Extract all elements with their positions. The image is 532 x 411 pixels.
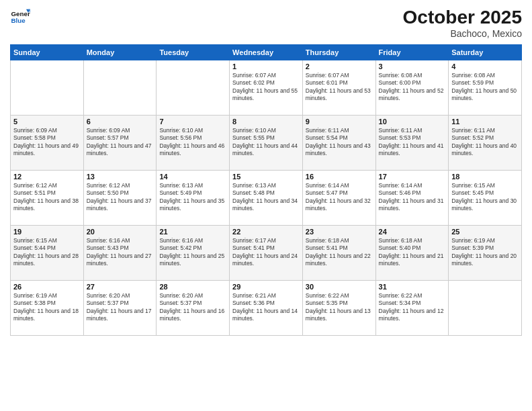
day-info: Sunrise: 6:07 AM Sunset: 6:01 PM Dayligh…	[306, 72, 373, 103]
day-info: Sunrise: 6:10 AM Sunset: 5:56 PM Dayligh…	[159, 127, 226, 158]
calendar-week-2: 5Sunrise: 6:09 AM Sunset: 5:58 PM Daylig…	[11, 116, 522, 171]
day-number: 6	[87, 118, 154, 126]
day-number: 15	[232, 173, 300, 181]
calendar-week-4: 19Sunrise: 6:15 AM Sunset: 5:44 PM Dayli…	[11, 226, 522, 281]
day-number: 24	[379, 228, 446, 236]
svg-text:Blue: Blue	[11, 17, 26, 24]
calendar-cell	[11, 60, 84, 116]
day-info: Sunrise: 6:12 AM Sunset: 5:51 PM Dayligh…	[13, 182, 81, 213]
header-wednesday: Wednesday	[230, 45, 303, 60]
calendar-cell	[449, 281, 522, 336]
day-number: 22	[232, 228, 300, 236]
logo-icon: General Blue	[10, 7, 30, 27]
day-number: 8	[232, 118, 300, 126]
day-number: 3	[379, 62, 446, 71]
calendar-cell: 6Sunrise: 6:09 AM Sunset: 5:57 PM Daylig…	[83, 116, 157, 171]
day-number: 1	[232, 62, 300, 71]
day-info: Sunrise: 6:18 AM Sunset: 5:41 PM Dayligh…	[306, 237, 373, 268]
calendar-cell: 3Sunrise: 6:08 AM Sunset: 6:00 PM Daylig…	[375, 60, 449, 116]
calendar-cell: 9Sunrise: 6:11 AM Sunset: 5:54 PM Daylig…	[302, 116, 375, 171]
day-info: Sunrise: 6:19 AM Sunset: 5:39 PM Dayligh…	[451, 237, 519, 268]
day-info: Sunrise: 6:09 AM Sunset: 5:58 PM Dayligh…	[13, 127, 81, 158]
day-number: 9	[306, 118, 373, 126]
title-block: October 2025 Bachoco, Mexico	[403, 7, 522, 39]
calendar-cell: 4Sunrise: 6:08 AM Sunset: 5:59 PM Daylig…	[449, 60, 522, 116]
calendar-cell: 18Sunrise: 6:15 AM Sunset: 5:45 PM Dayli…	[449, 171, 522, 226]
day-info: Sunrise: 6:20 AM Sunset: 5:37 PM Dayligh…	[159, 292, 226, 323]
page: General Blue October 2025 Bachoco, Mexic…	[0, 0, 532, 411]
header-monday: Monday	[83, 45, 157, 60]
day-info: Sunrise: 6:22 AM Sunset: 5:35 PM Dayligh…	[306, 292, 373, 323]
calendar-table: Sunday Monday Tuesday Wednesday Thursday…	[10, 44, 522, 336]
calendar-cell: 31Sunrise: 6:22 AM Sunset: 5:34 PM Dayli…	[375, 281, 449, 336]
day-number: 20	[87, 228, 154, 236]
calendar-cell: 7Sunrise: 6:10 AM Sunset: 5:56 PM Daylig…	[157, 116, 230, 171]
day-info: Sunrise: 6:09 AM Sunset: 5:57 PM Dayligh…	[87, 127, 154, 158]
day-info: Sunrise: 6:11 AM Sunset: 5:53 PM Dayligh…	[379, 127, 446, 158]
day-number: 25	[451, 228, 519, 236]
month-title: October 2025	[403, 7, 522, 28]
calendar-cell: 24Sunrise: 6:18 AM Sunset: 5:40 PM Dayli…	[375, 226, 449, 281]
calendar-cell: 21Sunrise: 6:16 AM Sunset: 5:42 PM Dayli…	[157, 226, 230, 281]
day-info: Sunrise: 6:07 AM Sunset: 6:02 PM Dayligh…	[232, 72, 300, 103]
day-info: Sunrise: 6:11 AM Sunset: 5:52 PM Dayligh…	[451, 127, 519, 158]
day-number: 13	[87, 173, 154, 181]
calendar-cell: 16Sunrise: 6:14 AM Sunset: 5:47 PM Dayli…	[302, 171, 375, 226]
day-number: 28	[159, 283, 226, 291]
calendar-week-3: 12Sunrise: 6:12 AM Sunset: 5:51 PM Dayli…	[11, 171, 522, 226]
header-tuesday: Tuesday	[157, 45, 230, 60]
calendar-cell: 8Sunrise: 6:10 AM Sunset: 5:55 PM Daylig…	[230, 116, 303, 171]
calendar-cell: 12Sunrise: 6:12 AM Sunset: 5:51 PM Dayli…	[11, 171, 84, 226]
day-number: 17	[379, 173, 446, 181]
calendar-cell: 28Sunrise: 6:20 AM Sunset: 5:37 PM Dayli…	[157, 281, 230, 336]
day-number: 31	[379, 283, 446, 291]
day-info: Sunrise: 6:22 AM Sunset: 5:34 PM Dayligh…	[379, 292, 446, 323]
calendar-cell: 15Sunrise: 6:13 AM Sunset: 5:48 PM Dayli…	[230, 171, 303, 226]
day-info: Sunrise: 6:20 AM Sunset: 5:37 PM Dayligh…	[87, 292, 154, 323]
day-number: 5	[13, 118, 81, 126]
day-info: Sunrise: 6:21 AM Sunset: 5:36 PM Dayligh…	[232, 292, 300, 323]
day-info: Sunrise: 6:13 AM Sunset: 5:48 PM Dayligh…	[232, 182, 300, 213]
location: Bachoco, Mexico	[403, 28, 522, 39]
day-info: Sunrise: 6:08 AM Sunset: 6:00 PM Dayligh…	[379, 72, 446, 103]
calendar-cell	[157, 60, 230, 116]
day-number: 30	[306, 283, 373, 291]
calendar-cell: 29Sunrise: 6:21 AM Sunset: 5:36 PM Dayli…	[230, 281, 303, 336]
day-number: 21	[159, 228, 226, 236]
calendar-cell	[83, 60, 157, 116]
calendar-cell: 26Sunrise: 6:19 AM Sunset: 5:38 PM Dayli…	[11, 281, 84, 336]
day-info: Sunrise: 6:17 AM Sunset: 5:41 PM Dayligh…	[232, 237, 300, 268]
day-info: Sunrise: 6:15 AM Sunset: 5:45 PM Dayligh…	[451, 182, 519, 213]
header-friday: Friday	[375, 45, 449, 60]
calendar-cell: 25Sunrise: 6:19 AM Sunset: 5:39 PM Dayli…	[449, 226, 522, 281]
calendar-cell: 17Sunrise: 6:14 AM Sunset: 5:46 PM Dayli…	[375, 171, 449, 226]
day-number: 7	[159, 118, 226, 126]
header-saturday: Saturday	[449, 45, 522, 60]
calendar-cell: 22Sunrise: 6:17 AM Sunset: 5:41 PM Dayli…	[230, 226, 303, 281]
day-number: 4	[451, 62, 519, 71]
day-info: Sunrise: 6:08 AM Sunset: 5:59 PM Dayligh…	[451, 72, 519, 103]
calendar-cell: 10Sunrise: 6:11 AM Sunset: 5:53 PM Dayli…	[375, 116, 449, 171]
day-info: Sunrise: 6:12 AM Sunset: 5:50 PM Dayligh…	[87, 182, 154, 213]
day-number: 23	[306, 228, 373, 236]
day-number: 14	[159, 173, 226, 181]
calendar-cell: 2Sunrise: 6:07 AM Sunset: 6:01 PM Daylig…	[302, 60, 375, 116]
calendar-week-1: 1Sunrise: 6:07 AM Sunset: 6:02 PM Daylig…	[11, 60, 522, 116]
day-info: Sunrise: 6:19 AM Sunset: 5:38 PM Dayligh…	[13, 292, 81, 323]
day-number: 10	[379, 118, 446, 126]
day-info: Sunrise: 6:11 AM Sunset: 5:54 PM Dayligh…	[306, 127, 373, 158]
calendar-cell: 14Sunrise: 6:13 AM Sunset: 5:49 PM Dayli…	[157, 171, 230, 226]
header: General Blue October 2025 Bachoco, Mexic…	[10, 7, 522, 39]
calendar-header-row: Sunday Monday Tuesday Wednesday Thursday…	[11, 45, 522, 60]
day-number: 19	[13, 228, 81, 236]
day-number: 16	[306, 173, 373, 181]
calendar-cell: 11Sunrise: 6:11 AM Sunset: 5:52 PM Dayli…	[449, 116, 522, 171]
calendar-cell: 13Sunrise: 6:12 AM Sunset: 5:50 PM Dayli…	[83, 171, 157, 226]
calendar-cell: 27Sunrise: 6:20 AM Sunset: 5:37 PM Dayli…	[83, 281, 157, 336]
day-info: Sunrise: 6:13 AM Sunset: 5:49 PM Dayligh…	[159, 182, 226, 213]
day-number: 26	[13, 283, 81, 291]
calendar-cell: 30Sunrise: 6:22 AM Sunset: 5:35 PM Dayli…	[302, 281, 375, 336]
day-info: Sunrise: 6:16 AM Sunset: 5:42 PM Dayligh…	[159, 237, 226, 268]
day-number: 2	[306, 62, 373, 71]
day-info: Sunrise: 6:15 AM Sunset: 5:44 PM Dayligh…	[13, 237, 81, 268]
